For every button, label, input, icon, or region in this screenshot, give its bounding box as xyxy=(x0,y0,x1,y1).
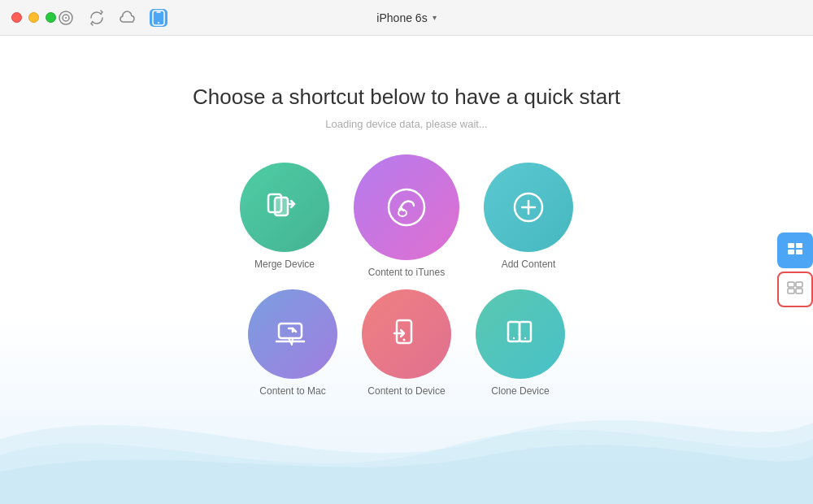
svg-rect-27 xyxy=(788,289,794,293)
device-selector[interactable]: iPhone 6s ▾ xyxy=(376,11,436,24)
svg-rect-23 xyxy=(788,250,794,254)
merge-device-label: Merge Device xyxy=(254,259,315,270)
bottom-side-button[interactable] xyxy=(777,272,813,307)
shortcuts-row-2: Content to Mac Content to Device xyxy=(248,289,565,397)
content-to-device-label: Content to Device xyxy=(367,385,445,397)
shortcuts-grid: Merge Device Content to iTunes xyxy=(0,154,813,397)
clone-device-item[interactable]: Clone Device xyxy=(476,289,565,397)
merge-device-circle xyxy=(240,163,329,252)
close-button[interactable] xyxy=(11,12,22,23)
page-title: Choose a shortcut below to have a quick … xyxy=(0,85,813,110)
titlebar: iPhone 6s ▾ xyxy=(0,0,813,36)
top-side-button[interactable] xyxy=(777,232,813,268)
clone-device-circle xyxy=(476,289,565,379)
device-name: iPhone 6s xyxy=(376,11,427,24)
svg-rect-13 xyxy=(279,324,302,338)
content-to-itunes-item[interactable]: Content to iTunes xyxy=(354,154,459,278)
svg-point-8 xyxy=(389,189,424,225)
chevron-down-icon: ▾ xyxy=(433,13,437,22)
merge-device-item[interactable]: Merge Device xyxy=(240,163,329,270)
svg-point-4 xyxy=(158,22,159,24)
content-to-mac-item[interactable]: Content to Mac xyxy=(248,289,337,397)
content-to-itunes-label: Content to iTunes xyxy=(368,267,445,278)
cloud-icon[interactable] xyxy=(119,9,137,27)
traffic-lights xyxy=(11,12,56,23)
svg-point-18 xyxy=(513,337,515,339)
sync-icon[interactable] xyxy=(88,9,106,27)
svg-rect-24 xyxy=(796,250,802,254)
add-content-item[interactable]: Add Content xyxy=(484,163,573,270)
maximize-button[interactable] xyxy=(46,12,56,23)
content-to-itunes-circle xyxy=(354,154,459,260)
svg-rect-22 xyxy=(796,243,802,248)
svg-point-2 xyxy=(65,17,67,19)
svg-rect-28 xyxy=(796,289,802,293)
main-content: Choose a shortcut below to have a quick … xyxy=(0,36,813,504)
svg-rect-21 xyxy=(788,243,794,248)
clone-device-label: Clone Device xyxy=(491,385,549,397)
add-content-label: Add Content xyxy=(502,259,556,270)
heading-area: Choose a shortcut below to have a quick … xyxy=(0,36,813,130)
content-to-mac-circle xyxy=(248,289,337,379)
side-panel xyxy=(777,232,813,307)
app-toolbar xyxy=(57,9,167,27)
content-to-device-circle xyxy=(362,289,451,379)
add-content-circle xyxy=(484,163,573,252)
minimize-button[interactable] xyxy=(28,12,39,23)
shortcuts-row-1: Merge Device Content to iTunes xyxy=(240,154,573,278)
content-to-mac-label: Content to Mac xyxy=(259,385,325,397)
svg-point-16 xyxy=(403,339,406,341)
music-icon[interactable] xyxy=(57,9,75,27)
svg-point-20 xyxy=(524,337,526,339)
phone-icon[interactable] xyxy=(150,9,167,27)
svg-rect-7 xyxy=(275,198,288,215)
loading-subtitle: Loading device data, please wait... xyxy=(0,118,813,130)
svg-rect-25 xyxy=(788,282,794,287)
svg-rect-26 xyxy=(796,282,802,287)
content-to-device-item[interactable]: Content to Device xyxy=(362,289,451,397)
